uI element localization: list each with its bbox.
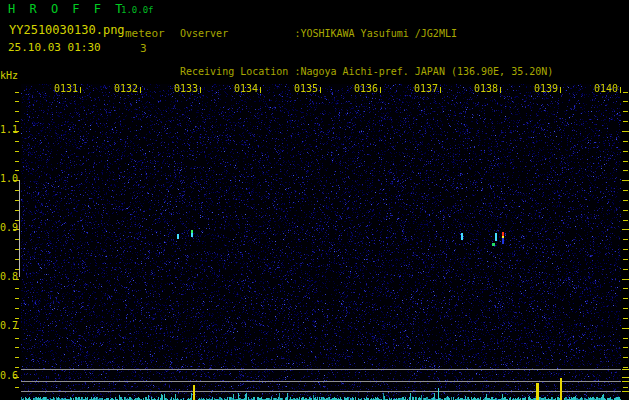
frequency-tick-left [13, 180, 19, 181]
frequency-tick-left [15, 92, 19, 93]
time-tick [260, 87, 261, 93]
station-info-observer: Ovserver :YOSHIKAWA Yasufumi /JG2MLI [180, 28, 577, 41]
time-tick-label: 0136 [336, 83, 396, 94]
frequency-tick-right [622, 131, 629, 132]
frequency-tick-right [622, 279, 629, 280]
frequency-tick-left [15, 308, 19, 309]
time-tick-label: 0138 [456, 83, 516, 94]
frequency-tick-right [623, 239, 628, 240]
frequency-tick-label: 0.7 [0, 320, 14, 331]
frequency-tick-left [15, 288, 19, 289]
frequency-tick-label: 0.6 [0, 370, 14, 381]
frequency-tick-left [15, 318, 19, 319]
frequency-tick-right [623, 151, 628, 152]
frequency-tick-label: 0.8 [0, 271, 14, 282]
time-tick-label: 0132 [96, 83, 156, 94]
frequency-tick-right [622, 229, 629, 230]
frequency-tick-left [15, 170, 19, 171]
frequency-tick-left [15, 259, 19, 260]
echo-mark [502, 238, 504, 244]
frequency-tick-left [15, 161, 19, 162]
echo-mark [191, 233, 193, 237]
frequency-tick-right [623, 347, 628, 348]
frequency-tick-right [622, 180, 629, 181]
time-tick [440, 87, 441, 93]
echo-mark [495, 233, 497, 241]
frequency-tick-left [15, 101, 19, 102]
time-tick-label: 0140 [576, 83, 629, 94]
frequency-tick-right [623, 259, 628, 260]
app-version: 1.0.0f [121, 5, 154, 15]
frequency-tick-right [623, 269, 628, 270]
frequency-tick-left [13, 377, 19, 378]
frequency-tick-left [15, 338, 19, 339]
echo-mark [177, 234, 179, 239]
frequency-tick-left [13, 229, 19, 230]
time-tick [140, 87, 141, 93]
time-tick [560, 87, 561, 93]
time-tick [380, 87, 381, 93]
frequency-tick-left [13, 131, 19, 132]
frequency-tick-label: 0.9 [0, 222, 14, 233]
time-tick-label: 0131 [36, 83, 96, 94]
calibration-bar [19, 180, 20, 277]
frequency-tick-right [623, 200, 628, 201]
frequency-tick-right [623, 121, 628, 122]
frequency-tick-right [623, 210, 628, 211]
frequency-tick-right [623, 288, 628, 289]
frequency-tick-left [15, 111, 19, 112]
frequency-tick-left [15, 200, 19, 201]
strength-spike [438, 388, 439, 400]
output-filename: YY2510030130.png [9, 23, 125, 37]
frequency-tick-right [623, 190, 628, 191]
time-tick [80, 87, 81, 93]
frequency-tick-right [623, 318, 628, 319]
echo-mark [492, 243, 495, 246]
frequency-tick-right [623, 308, 628, 309]
frequency-tick-right [623, 170, 628, 171]
frequency-tick-left [15, 121, 19, 122]
frequency-tick-left [15, 220, 19, 221]
frequency-tick-left [15, 357, 19, 358]
meteor-count: 3 [140, 42, 147, 55]
frequency-tick-right [623, 141, 628, 142]
station-info-location: Receiving Location :Nagoya Aichi-pref. J… [180, 66, 577, 79]
echo-mark [461, 233, 463, 240]
band-tick-right [622, 369, 629, 370]
time-tick [200, 87, 201, 93]
mode-label: meteor [125, 27, 165, 40]
frequency-tick-right [623, 298, 628, 299]
frequency-axis-unit: kHz [0, 70, 18, 81]
frequency-tick-right [623, 92, 628, 93]
time-tick-label: 0134 [216, 83, 276, 94]
time-tick [620, 87, 621, 93]
spectrogram-canvas [21, 84, 621, 400]
frequency-tick-left [15, 141, 19, 142]
time-tick-label: 0139 [516, 83, 576, 94]
frequency-tick-right [623, 367, 628, 368]
frequency-tick-right [623, 249, 628, 250]
frequency-tick-right [623, 220, 628, 221]
frequency-tick-right [622, 328, 629, 329]
frequency-tick-label: 1.0 [0, 173, 14, 184]
frequency-tick-right [623, 357, 628, 358]
frequency-tick-left [15, 190, 19, 191]
frequency-tick-left [15, 347, 19, 348]
frequency-tick-right [623, 161, 628, 162]
frequency-tick-left [13, 279, 19, 280]
frequency-tick-left [15, 151, 19, 152]
frequency-tick-left [15, 239, 19, 240]
frequency-tick-label: 1.1 [0, 124, 14, 135]
time-tick-label: 0135 [276, 83, 336, 94]
strength-spike [560, 378, 562, 400]
frequency-tick-left [15, 367, 19, 368]
band-tick-right [622, 391, 629, 392]
time-tick-label: 0137 [396, 83, 456, 94]
frequency-tick-left [15, 210, 19, 211]
frequency-tick-left [15, 269, 19, 270]
app-title: H R O F F T [8, 2, 126, 16]
frequency-tick-left [15, 387, 19, 388]
time-tick [500, 87, 501, 93]
frequency-tick-right [623, 111, 628, 112]
time-tick-label: 0133 [156, 83, 216, 94]
